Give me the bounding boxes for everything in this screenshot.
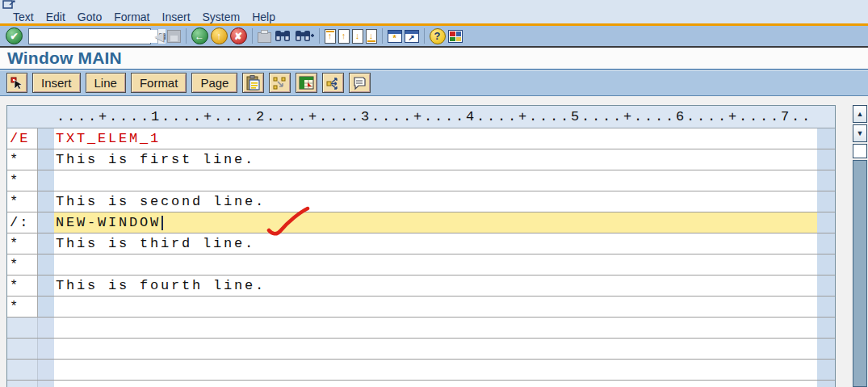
back-button[interactable]: ← [191,27,208,44]
page-button[interactable]: Page [191,73,237,93]
line-text: NEW-WINDOW [56,215,161,230]
line-button[interactable]: Line [86,73,126,93]
customize-layout-button[interactable] [448,30,463,43]
editor-row[interactable]: * [7,254,835,276]
help-button[interactable]: ? [430,28,446,44]
cancel-button[interactable]: ✘ [230,27,247,44]
text-editor: ....+....1....+....2....+....3....+....4… [6,105,836,387]
clipboard-icon [245,75,261,91]
format-key-cell[interactable]: * [7,254,38,275]
format-key-cell[interactable] [7,360,38,380]
create-shortcut-button[interactable]: ↗ [405,30,419,43]
format-key-cell[interactable]: * [7,149,38,170]
format-button[interactable]: Format [131,73,187,93]
right-margin-strip [817,149,835,170]
editor-row[interactable]: /: NEW-WINDOW [7,212,835,233]
gutter-strip [38,381,54,387]
gutter-strip [38,170,54,191]
text-line-cell[interactable]: This is second line. [54,191,817,212]
menu-text[interactable]: Text [13,11,34,23]
text-line-cell[interactable] [54,339,817,359]
format-key-cell[interactable]: * [7,170,38,191]
text-line-cell[interactable] [54,318,817,338]
paste-button[interactable] [242,73,264,93]
text-line-cell[interactable] [54,360,817,380]
editor-row[interactable]: * This is fourth line. [7,276,835,297]
up-arrow-icon: ↑ [216,32,221,41]
menu-format[interactable]: Format [114,11,149,23]
menu-goto[interactable]: Goto [78,11,102,23]
previous-page-button[interactable]: ↑ [338,29,350,44]
editor-row[interactable]: * [7,297,835,318]
gutter-strip [38,149,54,170]
menu-system[interactable]: System [203,11,241,23]
select-element-button[interactable] [6,73,27,93]
speech-note-icon [352,76,367,90]
format-key-cell[interactable]: * [7,276,38,296]
editor-row[interactable] [7,360,835,381]
back-triangle-icon[interactable]: ◀ [154,29,164,44]
editor-row[interactable] [7,318,835,339]
exit-button[interactable]: ↑ [211,27,228,44]
text-line-cell[interactable]: TXT_ELEM_1 [54,128,817,149]
next-page-button[interactable]: ↓ [352,29,363,44]
right-margin-strip [817,128,835,149]
editor-row[interactable]: * This is second line. [7,191,835,212]
last-page-button[interactable]: ↓ [366,29,377,44]
format-key-cell[interactable]: * [7,297,38,317]
menu-insert[interactable]: Insert [162,11,191,23]
format-key-cell[interactable] [7,339,38,359]
first-page-button[interactable]: ↑ [325,29,336,44]
format-key-cell[interactable]: /E [7,128,38,149]
editor-row[interactable]: /E TXT_ELEM_1 [7,128,835,149]
gutter-strip [38,128,54,149]
editor-row[interactable] [7,339,835,360]
standard-toolbar: ✔ ▤ ◀ ← ↑ ✘ ↑ ↑ ↓ [0,26,868,48]
comment-button[interactable] [349,73,371,93]
editor-row[interactable]: * [7,170,835,191]
scroll-up-button[interactable]: ▲ [853,105,867,123]
line-text: This is second line. [56,194,266,209]
scroll-down-button[interactable]: ▼ [853,124,867,142]
text-line-cell[interactable] [54,170,817,191]
menu-help[interactable]: Help [252,11,275,23]
command-field[interactable] [29,30,157,43]
format-key-cell[interactable] [7,318,38,338]
find-button[interactable] [275,29,291,43]
editor-row[interactable]: * This is third line. [7,233,835,254]
text-line-cell[interactable]: This is first line. [54,149,817,170]
right-margin-strip [817,297,835,317]
color-tile [450,37,455,41]
text-line-cell[interactable]: This is third line. [54,233,817,254]
table-icon [299,76,314,90]
menu-edit[interactable]: Edit [46,11,65,23]
scrollbar-track[interactable] [853,144,867,158]
format-key-cell[interactable]: * [7,191,38,212]
line-text: TXT_ELEM_1 [56,131,161,146]
text-line-cell[interactable]: This is fourth line. [54,276,817,296]
find-next-button[interactable] [295,29,314,43]
toolbar-separator [382,28,383,44]
print-button[interactable] [258,32,271,43]
flow-logic-button[interactable] [322,73,344,93]
text-line-cell[interactable] [54,381,817,387]
format-key-cell[interactable]: /: [7,212,38,233]
text-line-cell[interactable] [54,254,817,275]
text-cursor [161,216,163,230]
editor-row[interactable]: * This is first line. [7,149,835,170]
toolbar-separator [319,28,320,44]
text-line-cell[interactable] [54,297,817,317]
editor-row[interactable] [7,381,835,387]
table-settings-button[interactable] [296,73,317,93]
enter-button[interactable]: ✔ [6,27,23,44]
insert-graphic-button[interactable] [269,73,291,93]
save-button[interactable] [167,30,181,43]
format-key-cell[interactable]: * [7,233,38,254]
insert-button[interactable]: Insert [32,73,81,93]
star-icon: * [388,34,401,42]
window-titlebar [0,0,868,11]
new-session-button[interactable]: * [388,30,402,43]
text-line-cell[interactable]: NEW-WINDOW [54,212,817,233]
scrollbar-thumb[interactable] [853,160,867,387]
format-key-cell[interactable] [7,381,38,387]
